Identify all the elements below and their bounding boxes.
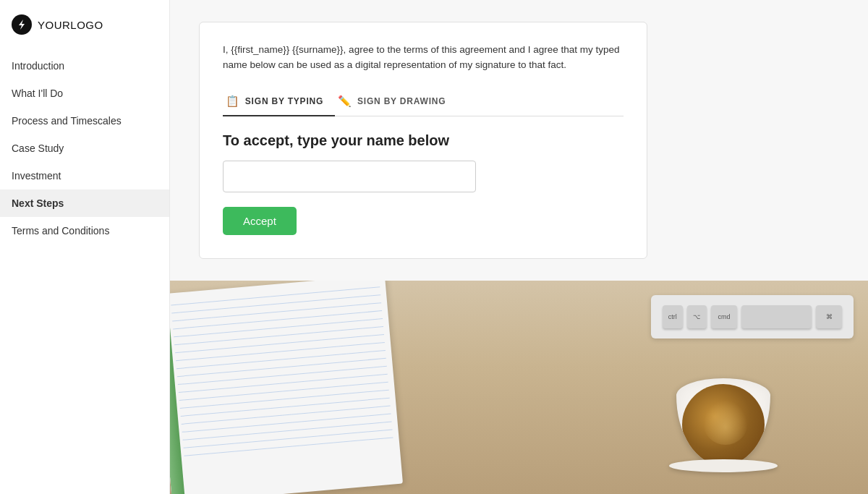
notebook-line — [171, 294, 380, 313]
cup-body — [676, 378, 770, 465]
notebook-line — [179, 374, 388, 393]
accept-heading: To accept, type your name below — [223, 132, 624, 149]
signature-card: I, {{first_name}} {{surname}}, agree to … — [199, 22, 647, 259]
photo-area: ctrl ⌥ cmd ⌘ — [170, 281, 868, 494]
sidebar-item-process-timescales[interactable]: Process and Timescales — [0, 107, 169, 135]
bolt-icon — [16, 19, 27, 30]
cup-saucer — [669, 459, 778, 472]
notebook-line — [184, 429, 393, 448]
key-cmd2: ⌘ — [816, 305, 842, 328]
accept-button[interactable]: Accept — [223, 207, 297, 235]
key-cmd: cmd — [711, 305, 737, 328]
sidebar-item-investment[interactable]: Investment — [0, 162, 169, 189]
cup-coffee — [682, 384, 765, 465]
sidebar-item-introduction[interactable]: Introduction — [0, 52, 169, 80]
key-space — [741, 305, 812, 328]
tabs-row: 📋 SIGN BY TYPING ✏️ SIGN BY DRAWING — [223, 88, 624, 116]
cup-latte-art — [703, 400, 749, 445]
drawing-icon: ✏️ — [338, 95, 352, 108]
notebook-line — [175, 334, 384, 353]
coffee-cup — [665, 357, 781, 472]
notebook-line — [182, 406, 391, 425]
notebook-line — [174, 318, 383, 337]
notebook-line — [179, 382, 388, 401]
svg-marker-0 — [19, 20, 25, 30]
logo-bold: YOUR — [38, 19, 70, 31]
tab-sign-by-typing-label: SIGN BY TYPING — [245, 96, 323, 106]
notebook-line — [176, 350, 386, 369]
agreement-text: I, {{first_name}} {{surname}}, agree to … — [223, 43, 624, 73]
photo-background: ctrl ⌥ cmd ⌘ — [170, 281, 868, 494]
keyboard-bg: ctrl ⌥ cmd ⌘ — [651, 295, 854, 338]
notebook-line — [172, 302, 381, 321]
sidebar-item-what-ill-do[interactable]: What I'll Do — [0, 80, 169, 107]
logo-text: YOURLOGO — [38, 19, 103, 31]
notebook-line — [182, 414, 391, 433]
content-area: I, {{first_name}} {{surname}}, agree to … — [170, 0, 868, 281]
sidebar: YOURLOGO Introduction What I'll Do Proce… — [0, 0, 170, 494]
logo-area: YOURLOGO — [0, 0, 169, 52]
notebook-line — [180, 390, 389, 409]
notebook-line — [177, 358, 386, 377]
notebook-line — [184, 437, 393, 456]
notebook-line — [183, 422, 392, 440]
tab-sign-by-drawing-label: SIGN BY DRAWING — [357, 96, 446, 106]
tab-sign-by-typing[interactable]: 📋 SIGN BY TYPING — [223, 88, 335, 116]
main-content: I, {{first_name}} {{surname}}, agree to … — [170, 0, 868, 494]
keyboard-area: ctrl ⌥ cmd ⌘ — [651, 295, 868, 353]
sidebar-item-terms-conditions[interactable]: Terms and Conditions — [0, 217, 169, 244]
notebook-body — [170, 281, 403, 494]
notebook-line — [173, 310, 382, 329]
name-input[interactable] — [223, 161, 476, 192]
tab-sign-by-drawing[interactable]: ✏️ SIGN BY DRAWING — [335, 88, 457, 116]
logo-light: LOGO — [70, 19, 103, 31]
notebook-lines — [171, 286, 396, 494]
key-alt: ⌥ — [687, 305, 707, 328]
key-ctrl: ctrl — [663, 305, 683, 328]
notebook-line — [176, 342, 385, 361]
notebook-line — [174, 326, 383, 345]
notebook-line — [181, 398, 390, 417]
sidebar-item-next-steps[interactable]: Next Steps — [0, 189, 169, 217]
typing-icon: 📋 — [226, 95, 240, 108]
notebook-line — [171, 286, 380, 305]
logo-icon — [12, 14, 32, 35]
notebook — [170, 284, 416, 494]
sidebar-item-case-study[interactable]: Case Study — [0, 135, 169, 162]
notebook-line — [178, 366, 387, 385]
